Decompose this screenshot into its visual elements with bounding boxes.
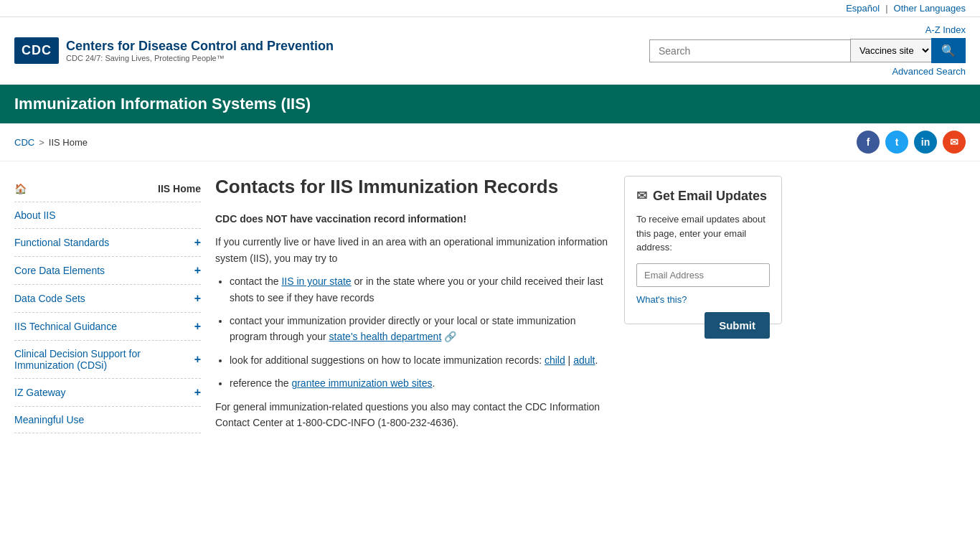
sidebar-link-functional-standards[interactable]: Functional Standards +	[14, 236, 201, 249]
expand-icon-data-code-sets[interactable]: +	[194, 292, 201, 305]
child-link[interactable]: child	[545, 354, 565, 366]
sidebar-label-iz-gateway: IZ Gateway	[14, 387, 66, 398]
sidebar-label-functional-standards: Functional Standards	[14, 237, 109, 248]
sidebar-label-meaningful-use: Meaningful Use	[14, 414, 84, 425]
main-container: 🏠 IIS Home About IIS Functional Standard…	[0, 161, 980, 452]
sidebar-link-data-code-sets[interactable]: Data Code Sets +	[14, 292, 201, 305]
list-item-1: contact the IIS in your state or in the …	[230, 273, 610, 306]
breadcrumb-home[interactable]: CDC	[14, 137, 34, 148]
right-panel: ✉ Get Email Updates To receive email upd…	[624, 176, 782, 438]
sidebar-item-iz-gateway: IZ Gateway +	[14, 379, 201, 407]
sidebar-link-meaningful-use[interactable]: Meaningful Use	[14, 414, 201, 425]
cdc-logo: CDC	[14, 37, 59, 64]
site-title: Immunization Information Systems (IIS)	[14, 95, 966, 113]
list-item-2: contact your immunization provider direc…	[230, 313, 610, 345]
external-link-icon: 🔗	[444, 331, 456, 342]
search-button[interactable]: 🔍	[931, 38, 966, 63]
bullet3-post: .	[595, 354, 598, 366]
tagline: CDC 24/7: Saving Lives, Protecting Peopl…	[66, 54, 334, 62]
top-bar: Español | Other Languages	[0, 0, 980, 17]
bullet4-pre: reference the	[230, 377, 291, 389]
adult-link[interactable]: adult	[573, 354, 595, 366]
iis-state-link[interactable]: IIS in your state	[281, 276, 351, 287]
sidebar-item-data-code-sets: Data Code Sets +	[14, 285, 201, 313]
expand-icon-iz-gateway[interactable]: +	[194, 386, 201, 399]
breadcrumb-current: IIS Home	[49, 137, 88, 148]
email-share-icon[interactable]: ✉	[943, 131, 966, 154]
sidebar-label-cdsi: Clinical Decision Support for Immunizati…	[14, 348, 194, 371]
org-name: Centers for Disease Control and Preventi…	[66, 39, 334, 54]
sidebar-label-about-iis: About IIS	[14, 209, 56, 221]
home-icon: 🏠	[14, 183, 27, 194]
sidebar-item-iis-technical: IIS Technical Guidance +	[14, 313, 201, 341]
site-title-bar: Immunization Information Systems (IIS)	[0, 85, 980, 123]
header-right: A-Z Index Vaccines site 🔍 Advanced Searc…	[649, 24, 966, 77]
bullet-list: contact the IIS in your state or in the …	[230, 273, 610, 391]
bullet4-post: .	[433, 377, 435, 389]
list-item-3: look for additional suggestions on how t…	[230, 352, 610, 368]
social-icons: f t in ✉	[857, 131, 966, 154]
main-content: Contacts for IIS Immunization Records CD…	[215, 176, 610, 438]
twitter-icon[interactable]: t	[885, 131, 908, 154]
other-languages-link[interactable]: Other Languages	[894, 3, 966, 14]
expand-icon-iis-technical[interactable]: +	[194, 320, 201, 333]
whats-this-link[interactable]: What's this?	[636, 294, 770, 305]
page-title: Contacts for IIS Immunization Records	[215, 176, 610, 198]
espanol-link[interactable]: Español	[846, 3, 880, 14]
sidebar-item-cdsi: Clinical Decision Support for Immunizati…	[14, 341, 201, 379]
search-bar: Vaccines site 🔍	[649, 38, 966, 63]
bullet3-sep: |	[565, 354, 573, 366]
sidebar-item-core-data: Core Data Elements +	[14, 257, 201, 285]
email-address-input[interactable]	[636, 263, 770, 287]
header: CDC Centers for Disease Control and Prev…	[0, 17, 980, 85]
email-box-title: ✉ Get Email Updates	[636, 188, 770, 204]
sidebar-link-iis-technical[interactable]: IIS Technical Guidance +	[14, 320, 201, 333]
expand-icon-core-data[interactable]: +	[194, 264, 201, 277]
sidebar-item-about-iis: About IIS	[14, 202, 201, 229]
logo-text: Centers for Disease Control and Preventi…	[66, 39, 334, 62]
submit-button[interactable]: Submit	[705, 312, 770, 339]
facebook-icon[interactable]: f	[857, 131, 880, 154]
advanced-search-anchor[interactable]: Advanced Search	[892, 66, 966, 77]
breadcrumb-bar: CDC > IIS Home f t in ✉	[0, 123, 980, 161]
sidebar-link-cdsi[interactable]: Clinical Decision Support for Immunizati…	[14, 348, 201, 371]
sidebar-item-iis-home: 🏠 IIS Home	[14, 176, 201, 202]
breadcrumb: CDC > IIS Home	[14, 137, 88, 148]
search-scope-select[interactable]: Vaccines site	[850, 39, 931, 62]
expand-icon-cdsi[interactable]: +	[194, 353, 201, 366]
sidebar-link-about-iis[interactable]: About IIS	[14, 209, 201, 221]
expand-icon-functional-standards[interactable]: +	[194, 236, 201, 249]
sidebar-label-data-code-sets: Data Code Sets	[14, 293, 85, 304]
search-input[interactable]	[649, 39, 850, 62]
sidebar-item-functional-standards: Functional Standards +	[14, 229, 201, 257]
email-icon: ✉	[636, 188, 647, 204]
sidebar-label-iis-technical: IIS Technical Guidance	[14, 321, 117, 332]
sidebar: 🏠 IIS Home About IIS Functional Standard…	[14, 176, 201, 438]
sidebar-link-iz-gateway[interactable]: IZ Gateway +	[14, 386, 201, 399]
sidebar-link-core-data[interactable]: Core Data Elements +	[14, 264, 201, 277]
advanced-search-link: Advanced Search	[892, 66, 966, 77]
email-box: ✉ Get Email Updates To receive email upd…	[624, 176, 782, 324]
separator: |	[885, 3, 887, 14]
grantee-link[interactable]: grantee immunization web sites	[291, 377, 432, 389]
sidebar-label-iis-home: IIS Home	[158, 183, 201, 194]
bullet3-pre: look for additional suggestions on how t…	[230, 354, 545, 366]
footer-text: For general immunization-related questio…	[215, 399, 610, 431]
sidebar-label-core-data: Core Data Elements	[14, 265, 105, 276]
sidebar-item-meaningful-use: Meaningful Use	[14, 407, 201, 433]
breadcrumb-separator: >	[39, 137, 44, 148]
bullet1-pre: contact the	[230, 276, 281, 287]
state-health-dept-link[interactable]: state's health department	[329, 331, 442, 342]
linkedin-icon[interactable]: in	[914, 131, 937, 154]
email-box-description: To receive email updates about this page…	[636, 212, 770, 255]
sidebar-link-iis-home[interactable]: 🏠 IIS Home	[14, 183, 201, 194]
logo-area: CDC Centers for Disease Control and Prev…	[14, 37, 334, 64]
intro-text: If you currently live or have lived in a…	[215, 234, 610, 266]
alert-text: CDC does NOT have vaccination record inf…	[215, 211, 610, 227]
az-index-link[interactable]: A-Z Index	[925, 24, 966, 35]
list-item-4: reference the grantee immunization web s…	[230, 375, 610, 391]
az-index: A-Z Index	[925, 24, 966, 35]
